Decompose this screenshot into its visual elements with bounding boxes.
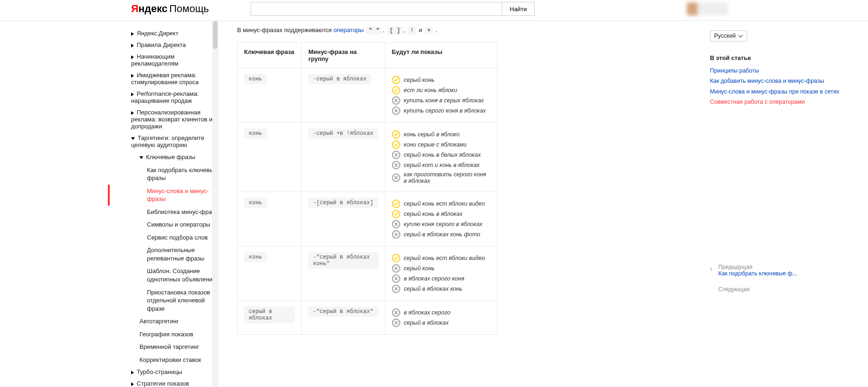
pager-prev[interactable]: ‹ Предыдущая Как подобрать ключевые ф... <box>710 264 840 277</box>
example-text: серый конь <box>404 265 435 272</box>
toc-link[interactable]: Минус-слова и минус-фразы при показе в с… <box>710 88 840 95</box>
pager-prev-label: Предыдущая <box>718 264 797 270</box>
check-icon <box>392 86 400 94</box>
nav-item[interactable]: Performance-реклама: наращивание продаж <box>131 89 219 106</box>
example-item: серый конь <box>392 264 490 273</box>
nav-item[interactable]: Временной таргетинг <box>139 341 199 353</box>
example-item: кони серые с яблоками <box>392 140 490 149</box>
yandex-help-logo[interactable]: ЯндексПомощь <box>131 3 209 15</box>
toc-link[interactable]: Принципы работы <box>710 67 840 74</box>
chevron-down-icon <box>738 33 743 39</box>
search-input[interactable] <box>251 2 502 16</box>
language-label: Русский <box>714 33 735 39</box>
nav-item[interactable]: Персонализированная реклама: возврат кли… <box>131 107 219 131</box>
nav-item[interactable]: Корректировки ставок <box>139 354 201 366</box>
check-icon <box>392 200 400 208</box>
nav-item[interactable]: Таргетинги: определите целевую аудиторию <box>131 133 219 150</box>
nav-item[interactable]: Стратегии показов <box>131 379 189 387</box>
table-header: Ключевая фраза <box>238 43 302 68</box>
cross-icon <box>392 274 400 283</box>
nav-item[interactable]: Приостановка показов по отдельной ключев… <box>147 287 219 314</box>
nav-item[interactable]: Яндекс.Директ <box>131 28 179 38</box>
cross-icon <box>392 319 400 327</box>
example-text: как приготовить серого коня в яблоках <box>404 171 490 184</box>
cross-icon <box>392 285 400 293</box>
check-icon <box>392 130 400 139</box>
rules-table: Ключевая фразаМинус-фраза на группуБудут… <box>237 42 497 335</box>
nav-item[interactable]: Правила Директа <box>131 40 186 50</box>
cross-icon <box>392 107 400 115</box>
sidebar-nav: Яндекс.ДиректПравила ДиректаНачинающим р… <box>0 21 219 387</box>
nav-item[interactable]: Минус-слова и минус-фразы <box>147 186 219 205</box>
nav-item[interactable]: Ключевые фразы <box>139 152 195 163</box>
example-item: в яблоках серого коня <box>392 274 490 283</box>
example-item: купить коня в серых яблоках <box>392 96 490 105</box>
right-sidebar: Русский В этой статье Принципы работыКак… <box>710 21 868 295</box>
table-header: Будут ли показы <box>385 43 497 68</box>
nav-item[interactable]: Шаблон. Создание однотипных объявлений <box>147 266 219 285</box>
nav-item[interactable]: География показов <box>139 329 193 340</box>
pager: ‹ Предыдущая Как подобрать ключевые ф...… <box>710 264 840 295</box>
caret-right-icon <box>131 74 134 78</box>
table-row: конь-"серый в яблоках конь"серый конь ес… <box>238 247 497 301</box>
cross-icon <box>392 264 400 273</box>
example-text: конь серый в яблоко <box>404 131 460 138</box>
example-item: серый конь в белых яблоках <box>392 151 490 159</box>
check-icon <box>392 140 400 149</box>
search-form: Найти <box>251 2 535 16</box>
nav-item[interactable]: Автотаргетинг <box>139 316 179 327</box>
sidebar-scroll-thumb[interactable] <box>213 21 218 49</box>
toc-link[interactable]: Совместная работа с операторами <box>710 98 840 106</box>
caret-right-icon <box>131 111 134 115</box>
example-text: куплю коня серого в яблоках <box>404 221 483 227</box>
toc-link[interactable]: Как добавить минус-слова и минус-фразы <box>710 77 840 85</box>
cross-icon <box>392 308 400 317</box>
example-item: как приготовить серого коня в яблоках <box>392 171 490 184</box>
cross-icon <box>392 220 400 228</box>
intro-prefix: В минус-фразах поддерживаются <box>237 27 333 33</box>
nav-item[interactable]: Как подобрать ключевые фразы <box>147 165 219 184</box>
example-item: серый в яблоках конь фото <box>392 230 490 239</box>
nav-item[interactable]: Начинающим рекламодателям <box>131 52 219 68</box>
logo-ya: Я <box>131 3 139 14</box>
cross-icon <box>392 96 400 105</box>
operators-link[interactable]: операторы <box>333 27 364 33</box>
example-text: серый конь <box>404 77 435 83</box>
table-row: конь-серый +в !яблокахконь серый в яблок… <box>238 123 497 192</box>
example-text: ест ли конь яблоки <box>404 87 457 93</box>
keyword-pill: серый в яблоках <box>244 307 295 323</box>
intro-text: В минус-фразах поддерживаются операторы … <box>237 27 691 34</box>
example-item: серый конь в яблоках <box>392 210 490 218</box>
example-text: серый в яблоках <box>404 320 449 326</box>
example-text: кони серые с яблоками <box>404 141 467 148</box>
table-row: конь-[серый в яблоках]серый конь ест ябл… <box>238 192 497 247</box>
cross-icon <box>392 161 400 169</box>
language-select[interactable]: Русский <box>710 30 747 41</box>
example-item: серый конь ест яблоки видео <box>392 200 490 208</box>
page-header: ЯндексПомощь Найти <box>0 0 868 21</box>
nav-item[interactable]: Турбо-страницы <box>131 367 182 377</box>
logo-ndex: ндекс <box>139 3 167 14</box>
nav-item[interactable]: Символы и операторы <box>147 219 210 230</box>
cross-icon <box>392 151 400 159</box>
nav-item[interactable]: Библиотека минус-фраз <box>147 207 215 218</box>
pager-prev-link: Как подобрать ключевые ф... <box>718 270 797 277</box>
caret-right-icon <box>131 382 134 386</box>
user-avatar[interactable] <box>687 2 729 15</box>
caret-right-icon <box>131 44 134 47</box>
caret-down-icon <box>131 137 135 140</box>
search-button[interactable]: Найти <box>502 2 535 16</box>
nav-item[interactable]: Сервис подбора слов <box>147 232 208 243</box>
caret-right-icon <box>131 93 134 96</box>
minus-phrase-pill: -"серый в яблоках конь" <box>308 252 378 269</box>
nav-item[interactable]: Дополнительные релевантные фразы <box>147 245 219 264</box>
main-content: В минус-фразах поддерживаются операторы … <box>219 21 710 354</box>
example-item: купить серого коня в яблоках <box>392 107 490 115</box>
minus-phrase-pill: -[серый в яблоках] <box>308 198 378 208</box>
example-text: серый конь ест яблоки видео <box>404 255 485 261</box>
example-text: купить серого коня в яблоках <box>404 107 486 114</box>
nav-item[interactable]: Имиджевая реклама: стимулирование спроса <box>131 70 219 87</box>
pager-next[interactable]: › Следующая <box>710 286 840 295</box>
example-item: конь серый в яблоко <box>392 130 490 139</box>
check-icon <box>392 210 400 218</box>
